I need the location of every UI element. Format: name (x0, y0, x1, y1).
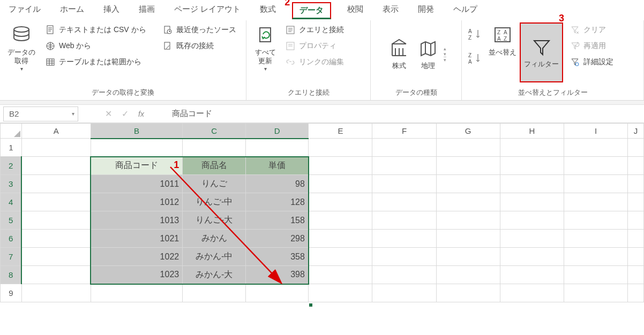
properties-button[interactable]: プロパティ (284, 40, 345, 52)
col-header[interactable]: D (245, 124, 308, 139)
cell[interactable] (309, 157, 372, 175)
cell[interactable]: 358 (245, 248, 308, 266)
cell[interactable] (309, 175, 372, 193)
queries-connections-button[interactable]: クエリと接続 (284, 24, 345, 36)
cell[interactable] (500, 175, 564, 193)
cell[interactable] (372, 211, 436, 230)
cell[interactable] (564, 284, 627, 302)
tab-formulas[interactable]: 数式 (257, 2, 279, 19)
cell[interactable]: 1023 (91, 266, 182, 284)
recent-sources-button[interactable]: 最近使ったソース (161, 24, 237, 36)
get-data-button[interactable]: データの 取得 ▾ (4, 22, 39, 74)
col-header[interactable]: J (628, 124, 644, 139)
tab-insert[interactable]: 挿入 (100, 2, 123, 19)
cell[interactable] (372, 230, 436, 248)
tab-view[interactable]: 表示 (379, 2, 402, 19)
cell[interactable] (21, 139, 91, 157)
cell[interactable] (436, 157, 500, 175)
cell[interactable] (21, 266, 91, 284)
cell[interactable]: 298 (245, 230, 308, 248)
cell[interactable] (309, 230, 372, 248)
cell[interactable] (436, 230, 500, 248)
select-all-corner[interactable] (1, 124, 22, 139)
cell[interactable] (21, 284, 91, 302)
cell[interactable] (628, 248, 644, 266)
cell[interactable]: 1022 (91, 248, 182, 266)
cell[interactable] (183, 139, 246, 157)
cell[interactable] (91, 139, 182, 157)
reapply-button[interactable]: 再適用 (568, 40, 615, 52)
cell[interactable]: 商品名 (183, 157, 246, 175)
cell[interactable] (21, 157, 91, 175)
cell[interactable]: みかん-中 (183, 248, 246, 266)
data-types-gallery-scroll[interactable]: ▴ ▾ ▾ (443, 46, 447, 63)
tab-review[interactable]: 校閲 (344, 2, 366, 19)
cell[interactable] (372, 139, 436, 157)
cell[interactable] (564, 175, 627, 193)
cell[interactable] (628, 266, 644, 284)
cell[interactable]: 商品コード 1 (91, 157, 182, 175)
tab-developer[interactable]: 開発 (415, 2, 437, 19)
cell[interactable]: りんご-大 (183, 211, 246, 230)
stocks-button[interactable]: 株式 (385, 36, 414, 72)
cell[interactable] (564, 193, 627, 211)
advanced-filter-button[interactable]: 詳細設定 (568, 56, 615, 68)
from-text-csv-button[interactable]: テキストまたは CSV から (44, 24, 147, 36)
row-header[interactable]: 2 (1, 157, 22, 175)
formula-input[interactable]: 商品コード (157, 109, 212, 119)
cell[interactable] (436, 284, 500, 302)
cell[interactable] (309, 193, 372, 211)
row-header[interactable]: 5 (1, 211, 22, 230)
cell[interactable] (309, 139, 372, 157)
row-header[interactable]: 7 (1, 248, 22, 266)
cell[interactable] (245, 284, 308, 302)
col-header[interactable]: F (372, 124, 436, 139)
row-header[interactable]: 4 (1, 193, 22, 211)
cell[interactable]: りんご (183, 175, 246, 193)
cell[interactable] (628, 157, 644, 175)
cell[interactable] (628, 139, 644, 157)
col-header[interactable]: E (309, 124, 372, 139)
filter-button[interactable]: フィルター (520, 22, 563, 82)
cell[interactable] (436, 175, 500, 193)
cell[interactable] (183, 284, 246, 302)
cell[interactable] (628, 193, 644, 211)
cell[interactable] (436, 211, 500, 230)
cell[interactable]: 1012 (91, 193, 182, 211)
geography-button[interactable]: 地理 (414, 36, 443, 72)
sort-button[interactable]: ZAAZ 並べ替え (485, 22, 520, 59)
cell[interactable] (21, 175, 91, 193)
cell[interactable] (500, 266, 564, 284)
cell[interactable]: みかん (183, 230, 246, 248)
existing-connections-button[interactable]: 既存の接続 (161, 40, 237, 52)
name-box[interactable]: B2 ▾ (3, 106, 78, 121)
tab-home[interactable]: ホーム (57, 2, 87, 19)
cell[interactable]: 単価 (245, 157, 308, 175)
col-header[interactable]: H (500, 124, 564, 139)
sort-asc-icon[interactable]: AZ (468, 28, 482, 42)
cell[interactable] (436, 266, 500, 284)
cell[interactable] (564, 248, 627, 266)
cell[interactable] (436, 193, 500, 211)
cell[interactable]: 398 (245, 266, 308, 284)
cell[interactable] (245, 139, 308, 157)
cell[interactable] (564, 266, 627, 284)
cell[interactable]: 1021 (91, 230, 182, 248)
cell[interactable] (372, 284, 436, 302)
cell[interactable]: 1011 (91, 175, 182, 193)
tab-file[interactable]: ファイル (5, 2, 44, 19)
clear-filter-button[interactable]: クリア (568, 24, 615, 36)
cell[interactable] (372, 193, 436, 211)
cell[interactable]: りんご-中 (183, 193, 246, 211)
col-header[interactable]: I (564, 124, 627, 139)
fill-handle[interactable] (309, 303, 313, 307)
tab-draw[interactable]: 描画 (136, 2, 158, 19)
cell[interactable] (21, 248, 91, 266)
cell[interactable] (21, 193, 91, 211)
cell[interactable] (21, 230, 91, 248)
cell[interactable] (372, 248, 436, 266)
refresh-all-button[interactable]: すべて 更新 ▾ (251, 22, 280, 74)
cell[interactable] (500, 193, 564, 211)
cell[interactable] (628, 211, 644, 230)
cell[interactable] (309, 266, 372, 284)
